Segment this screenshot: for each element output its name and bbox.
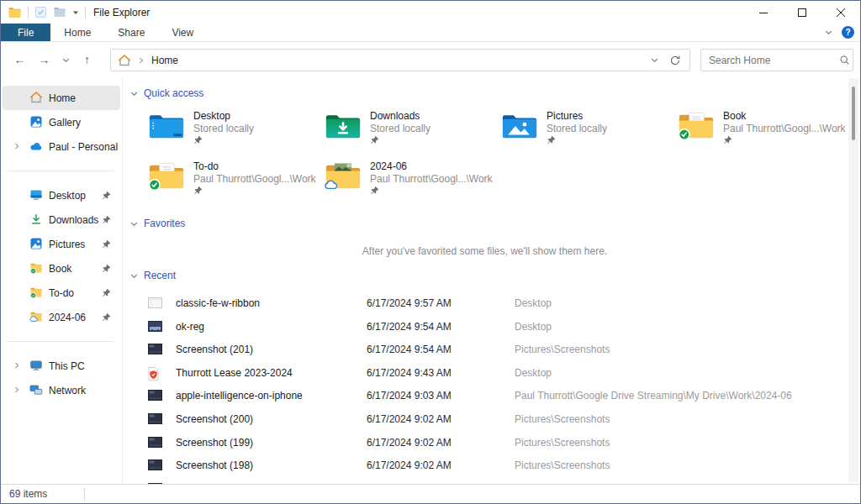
recent-file-row-apple-intelligence-on-iphone[interactable]: apple-intelligence-on-iphone6/17/2024 9:… xyxy=(123,384,847,407)
help-button[interactable]: ? xyxy=(842,26,854,39)
sidebar-item-label: Desktop xyxy=(49,190,86,202)
address-dropdown-icon[interactable] xyxy=(650,55,659,65)
file-name: Screenshot (198) xyxy=(176,459,253,471)
quick-access-tile-downloads[interactable]: DownloadsStored locally xyxy=(325,108,501,152)
pin-icon xyxy=(102,191,111,200)
sidebar-item-book[interactable]: Book xyxy=(3,256,120,281)
file-date: 6/17/2024 9:02 AM xyxy=(367,413,452,425)
sidebar-item-network[interactable]: Network xyxy=(3,378,120,402)
qat-customize-dropdown-icon[interactable] xyxy=(72,9,79,16)
recent-file-row-screenshot-199[interactable]: Screenshot (199)6/17/2024 9:02 AMPicture… xyxy=(123,431,847,454)
close-button[interactable] xyxy=(821,1,860,24)
recent-locations-dropdown[interactable] xyxy=(56,52,75,67)
folder-photos-cloud-icon xyxy=(325,160,362,192)
folder-doc-check-icon xyxy=(678,110,715,141)
section-label: Recent xyxy=(144,270,176,281)
chevron-right-icon xyxy=(13,142,21,150)
sidebar-item-2024-06[interactable]: 2024-06 xyxy=(3,305,120,329)
recent-file-row-screenshot-201[interactable]: Screenshot (201)6/17/2024 9:54 AMPicture… xyxy=(123,338,847,361)
tile-text: DesktopStored locally xyxy=(193,110,254,144)
maximize-button[interactable] xyxy=(783,1,821,24)
breadcrumb-segment-home[interactable]: Home xyxy=(151,55,178,66)
quick-access-section-header[interactable]: Quick access xyxy=(129,87,203,99)
home-icon xyxy=(29,91,43,104)
sidebar-item-gallery[interactable]: Gallery xyxy=(3,110,120,134)
refresh-icon[interactable] xyxy=(669,55,681,66)
tile-name: Pictures xyxy=(547,110,607,123)
minimize-button[interactable] xyxy=(744,1,783,24)
sidebar-item-label: Network xyxy=(49,385,86,396)
sidebar-item-label: Downloads xyxy=(49,214,98,226)
file-name: Screenshot (199) xyxy=(176,437,253,449)
tab-share[interactable]: Share xyxy=(104,24,158,41)
item-count: 69 items xyxy=(9,488,47,500)
folder-desktop-icon xyxy=(148,110,185,141)
titlebar: File Explorer xyxy=(1,1,860,24)
close-icon xyxy=(837,8,845,17)
quick-access-tile-to-do[interactable]: To-doPaul Thurrott\Googl...\Work xyxy=(148,159,325,202)
sidebar-item-label: Home xyxy=(49,92,76,104)
vertical-scrollbar[interactable] xyxy=(848,78,858,482)
recent-file-row-ok-reg[interactable]: ok-reg6/17/2024 9:54 AMDesktop xyxy=(123,315,847,339)
sidebar-item-desktop[interactable]: Desktop xyxy=(3,183,120,207)
pin-icon xyxy=(193,135,254,144)
sidebar-item-home[interactable]: Home xyxy=(3,86,120,110)
chevron-right-icon xyxy=(13,386,21,394)
file-name: Screenshot (200) xyxy=(176,413,253,425)
sidebar: HomeGalleryPaul - PersonalDesktopDownloa… xyxy=(1,76,123,484)
this-pc-icon xyxy=(29,359,43,372)
sidebar-item-to-do[interactable]: To-do xyxy=(3,281,120,305)
recent-file-row-thurrott-lease-2023-2024[interactable]: Thurrott Lease 2023-20246/17/2024 9:43 A… xyxy=(123,361,847,385)
tab-home[interactable]: Home xyxy=(50,24,104,41)
folder-downloads-icon xyxy=(325,110,362,141)
quick-access-tile-book[interactable]: BookPaul Thurrott\Googl...\Work xyxy=(678,108,847,152)
sidebar-item-paul-personal[interactable]: Paul - Personal xyxy=(3,134,120,159)
sidebar-item-pictures[interactable]: Pictures xyxy=(3,232,120,256)
file-name: ok-reg xyxy=(176,321,204,333)
search-icon[interactable] xyxy=(839,55,850,66)
forward-button[interactable]: → xyxy=(32,53,56,66)
address-bar-controls xyxy=(650,55,683,66)
file-name: Thurrott Lease 2023-2024 xyxy=(176,367,293,379)
recent-file-row-screenshot-198[interactable]: Screenshot (198)6/17/2024 9:02 AMPicture… xyxy=(123,454,847,477)
downloads-icon xyxy=(29,213,43,226)
address-bar[interactable]: Home xyxy=(110,49,690,71)
recent-section-header[interactable]: Recent xyxy=(129,270,176,281)
thumb-light-icon xyxy=(148,297,162,308)
favorites-section-header[interactable]: Favorites xyxy=(129,218,185,229)
tile-text: DownloadsStored locally xyxy=(370,110,430,144)
ribbon-tab-row: FileHomeShareView ? xyxy=(1,24,860,42)
sidebar-item-downloads[interactable]: Downloads xyxy=(3,207,120,232)
recent-file-row-screenshot-200[interactable]: Screenshot (200)6/17/2024 9:02 AMPicture… xyxy=(123,407,847,431)
tile-subtitle: Paul Thurrott\Googl...\Work xyxy=(370,173,493,186)
home-breadcrumb-icon xyxy=(118,54,131,67)
up-button[interactable]: ↑ xyxy=(75,53,99,66)
quick-access-tile-2024-06[interactable]: 2024-06Paul Thurrott\Googl...\Work xyxy=(325,159,501,202)
pin-icon xyxy=(547,135,607,144)
recent-file-row-classic-fe-w-ribbon[interactable]: classic-fe-w-ribbon6/17/2024 9:57 AMDesk… xyxy=(123,291,847,315)
ribbon-collapse-icon[interactable] xyxy=(824,28,833,37)
tab-file[interactable]: File xyxy=(1,24,50,41)
chevron-right-icon xyxy=(13,361,21,370)
section-chevron-icon[interactable] xyxy=(129,89,139,98)
onedrive-icon xyxy=(29,139,43,153)
quick-access-tile-pictures[interactable]: PicturesStored locally xyxy=(501,108,678,152)
recent-file-row-screenshot-197[interactable]: Screenshot (197)6/17/2024 9:02 AMPicture… xyxy=(123,477,847,484)
section-chevron-icon[interactable] xyxy=(129,271,139,281)
breadcrumb-chevron-icon xyxy=(137,56,145,65)
tab-view[interactable]: View xyxy=(158,24,207,41)
section-chevron-icon[interactable] xyxy=(129,219,139,228)
sidebar-item-label: Paul - Personal xyxy=(49,141,118,153)
scrollbar-thumb[interactable] xyxy=(852,87,855,140)
section-label: Quick access xyxy=(144,87,203,99)
sidebar-item-this-pc[interactable]: This PC xyxy=(3,354,120,378)
file-location: Pictures\Screenshots xyxy=(515,413,610,425)
search-input[interactable] xyxy=(709,55,839,66)
quick-access-tile-desktop[interactable]: DesktopStored locally xyxy=(148,108,325,152)
qat-properties-icon[interactable] xyxy=(34,6,47,18)
pin-icon xyxy=(193,186,316,195)
qat-new-folder-icon[interactable] xyxy=(53,7,66,18)
back-button[interactable]: ← xyxy=(8,53,32,66)
file-location: Desktop xyxy=(515,297,552,309)
pin-icon xyxy=(370,186,493,195)
